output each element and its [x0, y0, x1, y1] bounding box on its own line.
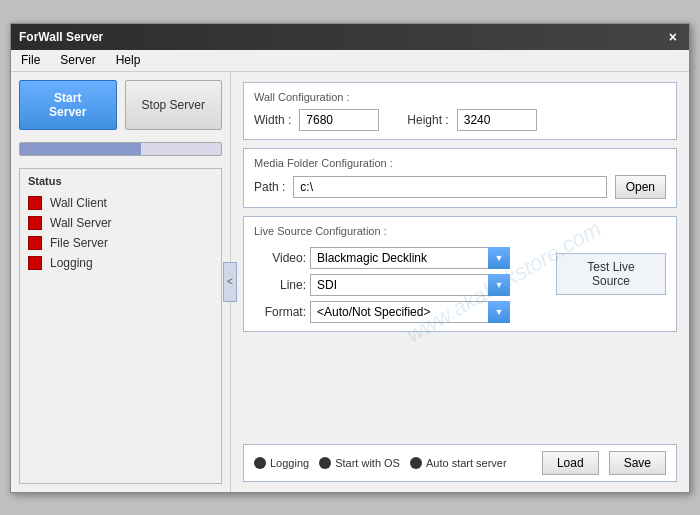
status-label-wall-client: Wall Client: [50, 196, 107, 210]
left-panel: Start Server Stop Server Status Wall Cli…: [11, 72, 231, 492]
status-dot-file-server: [28, 236, 42, 250]
wall-config-row: Width : Height :: [254, 109, 666, 131]
logging-checkbox-group: Logging: [254, 457, 309, 469]
status-label-logging: Logging: [50, 256, 93, 270]
menu-server[interactable]: Server: [54, 51, 101, 69]
status-dot-logging: [28, 256, 42, 270]
status-group: Status Wall Client Wall Server File Serv…: [19, 168, 222, 484]
wall-config-section: Wall Configuration : Width : Height :: [243, 82, 677, 140]
status-dot-wall-server: [28, 216, 42, 230]
height-label: Height :: [407, 113, 448, 127]
start-os-label: Start with OS: [335, 457, 400, 469]
start-os-checkbox-group: Start with OS: [319, 457, 400, 469]
video-label: Video:: [254, 251, 306, 265]
width-input[interactable]: [299, 109, 379, 131]
main-wrapper: Start Server Stop Server Status Wall Cli…: [11, 72, 689, 492]
live-source-title: Live Source Configuration :: [254, 225, 546, 237]
server-buttons: Start Server Stop Server: [19, 80, 222, 130]
logging-label: Logging: [270, 457, 309, 469]
status-wall-server: Wall Server: [28, 213, 213, 233]
format-label: Format:: [254, 305, 306, 319]
line-row: Line: SDI: [254, 274, 546, 296]
status-label-wall-server: Wall Server: [50, 216, 112, 230]
video-row: Video: Blackmagic Decklink: [254, 247, 546, 269]
load-button[interactable]: Load: [542, 451, 599, 475]
bottom-bar: Logging Start with OS Auto start server …: [243, 444, 677, 482]
auto-start-checkbox-group: Auto start server: [410, 457, 507, 469]
status-title: Status: [28, 175, 213, 187]
collapse-button[interactable]: <: [223, 262, 237, 302]
path-label: Path :: [254, 180, 285, 194]
menu-file[interactable]: File: [15, 51, 46, 69]
start-server-button[interactable]: Start Server: [19, 80, 117, 130]
save-button[interactable]: Save: [609, 451, 666, 475]
line-label: Line:: [254, 278, 306, 292]
width-label: Width :: [254, 113, 291, 127]
start-os-dot: [319, 457, 331, 469]
open-button[interactable]: Open: [615, 175, 666, 199]
status-logging: Logging: [28, 253, 213, 273]
main-window: ForWall Server × File Server Help Start …: [10, 23, 690, 493]
status-wall-client: Wall Client: [28, 193, 213, 213]
video-dropdown-container: Blackmagic Decklink: [310, 247, 510, 269]
live-source-fields: Live Source Configuration : Video: Black…: [254, 225, 546, 323]
close-button[interactable]: ×: [665, 29, 681, 45]
title-bar: ForWall Server ×: [11, 24, 689, 50]
video-select[interactable]: Blackmagic Decklink: [310, 247, 510, 269]
media-folder-title: Media Folder Configuration :: [254, 157, 666, 169]
progress-bar-fill: [20, 143, 141, 155]
auto-start-dot: [410, 457, 422, 469]
logging-dot: [254, 457, 266, 469]
test-live-source-button[interactable]: Test Live Source: [556, 253, 666, 295]
format-dropdown-container: <Auto/Not Specified>: [310, 301, 510, 323]
window-title: ForWall Server: [19, 30, 103, 44]
stop-server-button[interactable]: Stop Server: [125, 80, 223, 130]
format-row: Format: <Auto/Not Specified>: [254, 301, 546, 323]
format-select[interactable]: <Auto/Not Specified>: [310, 301, 510, 323]
media-folder-row: Path : Open: [254, 175, 666, 199]
status-file-server: File Server: [28, 233, 213, 253]
line-select[interactable]: SDI: [310, 274, 510, 296]
line-dropdown-container: SDI: [310, 274, 510, 296]
right-panel: www.akabekstore.com Wall Configuration :…: [231, 72, 689, 492]
media-folder-section: Media Folder Configuration : Path : Open: [243, 148, 677, 208]
height-input[interactable]: [457, 109, 537, 131]
status-label-file-server: File Server: [50, 236, 108, 250]
status-dot-wall-client: [28, 196, 42, 210]
progress-bar: [19, 142, 222, 156]
path-input[interactable]: [293, 176, 606, 198]
live-source-section: Live Source Configuration : Video: Black…: [243, 216, 677, 332]
auto-start-label: Auto start server: [426, 457, 507, 469]
wall-config-title: Wall Configuration :: [254, 91, 666, 103]
menu-help[interactable]: Help: [110, 51, 147, 69]
menu-bar: File Server Help: [11, 50, 689, 72]
